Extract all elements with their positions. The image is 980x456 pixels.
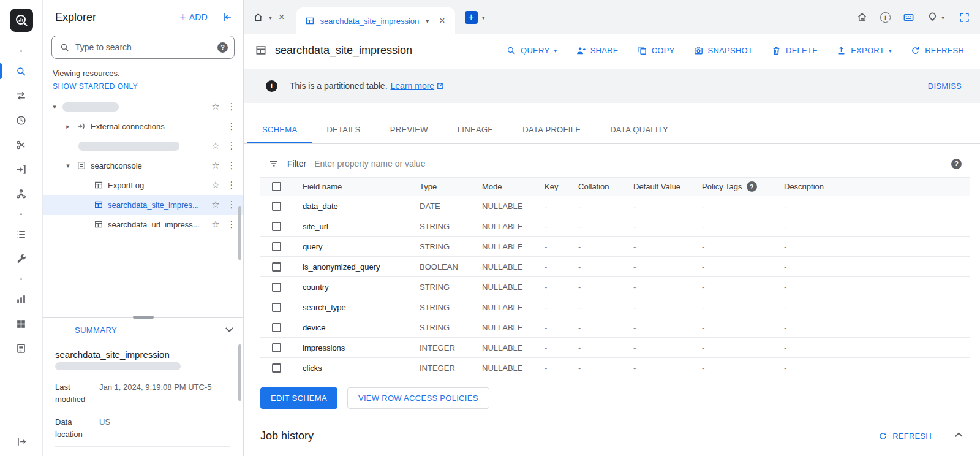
explorer-search[interactable]: ?	[51, 36, 235, 59]
row-checkbox[interactable]	[272, 283, 281, 292]
tab-data-profile[interactable]: DATA PROFILE	[508, 115, 595, 143]
dismiss-button[interactable]: DISMISS	[928, 82, 962, 91]
home-tab-icon[interactable]	[250, 9, 266, 25]
tab-data-quality[interactable]: DATA QUALITY	[595, 115, 683, 143]
close-tab-icon[interactable]: ×	[435, 15, 448, 26]
governance-icon[interactable]	[0, 181, 43, 206]
row-checkbox[interactable]	[272, 323, 281, 332]
scheduled-queries-icon[interactable]	[0, 108, 43, 132]
banner-message: This is a partitioned table.	[290, 81, 388, 91]
export-button[interactable]: EXPORT▾	[836, 45, 892, 56]
tab-searchdata-site-impression[interactable]: searchdata_site_impression ▾ ×	[296, 7, 454, 34]
dataprep-icon[interactable]	[0, 132, 43, 157]
expand-rail-icon[interactable]	[0, 436, 43, 447]
field-description: -	[784, 363, 970, 373]
tree-item-project[interactable]: ▾ ☆ ⋮	[43, 97, 243, 116]
job-history-refresh-button[interactable]: REFRESH	[878, 431, 932, 441]
field-policy-tags: -	[702, 343, 784, 352]
tab-details[interactable]: DETAILS	[312, 115, 375, 143]
reports-icon[interactable]	[0, 336, 43, 360]
add-data-button[interactable]: + ADD	[179, 12, 208, 23]
collapse-caret-icon[interactable]: ▾	[50, 103, 59, 111]
admin-icon[interactable]	[0, 246, 43, 271]
search-help-icon[interactable]: ?	[217, 42, 228, 53]
keyboard-shortcuts-icon[interactable]	[903, 12, 914, 23]
summary-scrollbar[interactable]	[238, 344, 241, 401]
more-actions-icon[interactable]: ⋮	[226, 121, 237, 132]
tab-schema[interactable]: SCHEMA	[247, 115, 312, 143]
tab-caret-icon[interactable]: ▾	[424, 18, 431, 25]
table-icon	[93, 199, 104, 210]
sql-workspace-icon[interactable]	[0, 59, 43, 83]
collapse-panel-icon[interactable]	[221, 11, 233, 23]
star-icon[interactable]: ☆	[209, 219, 222, 230]
data-transfers-icon[interactable]	[0, 83, 43, 108]
select-all-checkbox[interactable]	[272, 182, 281, 191]
tree-item-exportlog[interactable]: ExportLog ☆ ⋮	[43, 175, 243, 195]
rail-separator-dot	[0, 271, 43, 287]
row-checkbox[interactable]	[272, 202, 281, 211]
home-tab-caret-icon[interactable]: ▾	[267, 14, 274, 21]
edit-schema-button[interactable]: EDIT SCHEMA	[260, 387, 337, 409]
share-button[interactable]: SHARE	[576, 45, 619, 56]
fullscreen-icon[interactable]	[959, 12, 970, 23]
collapse-caret-icon[interactable]: ▾	[64, 162, 72, 170]
snapshot-button[interactable]: SNAPSHOT	[693, 45, 753, 56]
search-input[interactable]	[75, 42, 212, 52]
star-icon[interactable]: ☆	[209, 180, 222, 191]
summary-title: SUMMARY	[75, 325, 227, 335]
more-actions-icon[interactable]: ⋮	[226, 219, 237, 230]
chevron-down-icon[interactable]	[225, 324, 233, 332]
tree-scrollbar[interactable]	[238, 206, 241, 260]
row-checkbox[interactable]	[272, 262, 281, 272]
analytics-hub-icon[interactable]	[0, 222, 43, 246]
tree-item-searchdata-url-impression[interactable]: searchdata_url_impress... ☆ ⋮	[43, 215, 243, 234]
filter-input[interactable]	[314, 159, 943, 169]
assistant-lightbulb-icon[interactable]: ▾	[927, 12, 946, 23]
tree-item-searchconsole[interactable]: ▾ searchconsole ☆ ⋮	[43, 156, 243, 175]
new-tab-button[interactable]: +	[465, 11, 478, 24]
tree-item-dataset-redacted[interactable]: ☆ ⋮	[43, 136, 243, 156]
new-tab-caret-icon[interactable]: ▾	[480, 14, 487, 21]
row-checkbox[interactable]	[272, 363, 281, 373]
caret-down-icon[interactable]: ▾	[940, 14, 946, 21]
star-icon[interactable]: ☆	[209, 140, 222, 151]
row-checkbox[interactable]	[272, 343, 281, 352]
more-actions-icon[interactable]: ⋮	[226, 160, 237, 171]
tree-item-external-connections[interactable]: ▸ External connections ⋮	[43, 116, 243, 136]
more-actions-icon[interactable]: ⋮	[226, 199, 237, 210]
bigquery-logo[interactable]	[10, 9, 33, 32]
query-button[interactable]: QUERY▾	[506, 45, 557, 56]
app-rail	[0, 0, 43, 456]
copy-button[interactable]: COPY	[637, 45, 675, 56]
view-row-access-policies-button[interactable]: VIEW ROW ACCESS POLICIES	[347, 387, 489, 409]
star-icon[interactable]: ☆	[209, 199, 222, 210]
summary-header[interactable]: SUMMARY	[43, 317, 243, 342]
tab-preview[interactable]: PREVIEW	[375, 115, 443, 143]
more-actions-icon[interactable]: ⋮	[226, 101, 237, 112]
info-icon[interactable]: i	[880, 12, 891, 23]
migration-icon[interactable]	[0, 157, 43, 181]
row-checkbox[interactable]	[272, 242, 281, 251]
editor-tabstrip: ▾ × searchdata_site_impression ▾ × + ▾ i…	[244, 0, 980, 34]
policy-tags-help-icon[interactable]: ?	[747, 181, 757, 192]
star-icon[interactable]: ☆	[209, 160, 222, 171]
learn-more-link[interactable]: Learn more	[391, 81, 445, 91]
tree-item-searchdata-site-impression[interactable]: searchdata_site_impres... ☆ ⋮	[43, 195, 243, 215]
show-starred-only-link[interactable]: SHOW STARRED ONLY	[43, 79, 243, 97]
welcome-home-icon[interactable]	[856, 12, 868, 23]
star-icon[interactable]: ☆	[209, 101, 222, 112]
filter-help-icon[interactable]: ?	[951, 159, 962, 169]
row-checkbox[interactable]	[272, 303, 281, 312]
collapse-section-icon[interactable]	[955, 432, 963, 440]
row-checkbox[interactable]	[272, 222, 281, 231]
more-actions-icon[interactable]: ⋮	[226, 180, 237, 191]
tab-lineage[interactable]: LINEAGE	[443, 115, 508, 143]
close-tab-icon[interactable]: ×	[275, 12, 288, 23]
expand-caret-icon[interactable]: ▸	[64, 123, 72, 131]
delete-button[interactable]: DELETE	[771, 45, 818, 56]
monitoring-icon[interactable]	[0, 287, 43, 311]
bi-engine-icon[interactable]	[0, 311, 43, 336]
refresh-button[interactable]: REFRESH	[910, 45, 964, 56]
more-actions-icon[interactable]: ⋮	[226, 140, 237, 151]
